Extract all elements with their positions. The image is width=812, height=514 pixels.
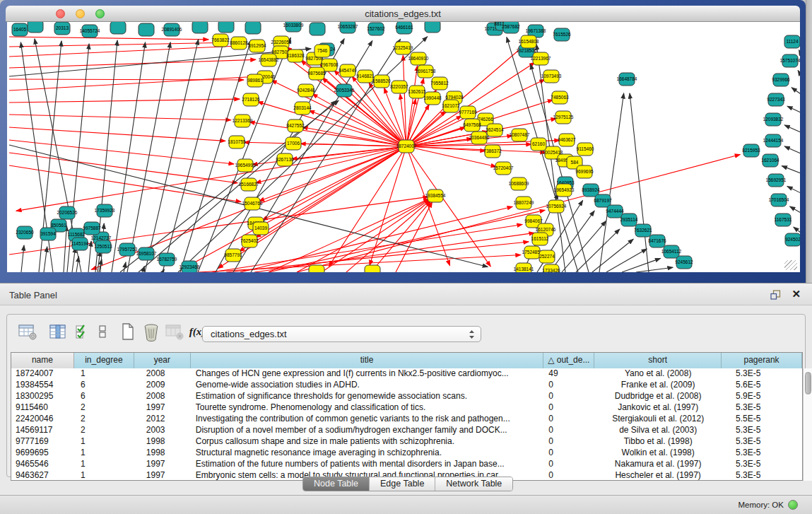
- column-header-short[interactable]: short: [594, 353, 722, 368]
- graph-node[interactable]: [365, 265, 380, 272]
- row-selection-button[interactable]: [72, 320, 93, 343]
- graph-node[interactable]: 15720407: [493, 162, 514, 175]
- graph-node[interactable]: 8427552: [286, 119, 305, 132]
- graph-node[interactable]: 20206526: [57, 206, 78, 219]
- graph-node[interactable]: 7485063: [551, 91, 569, 104]
- tab-network-table[interactable]: Network Table: [435, 477, 512, 491]
- graph-node[interactable]: 10756924: [546, 200, 567, 213]
- graph-node[interactable]: 1527602: [367, 23, 385, 35]
- graph-node[interactable]: [192, 22, 208, 33]
- graph-node[interactable]: 1810755: [228, 136, 246, 148]
- table-settings-button[interactable]: [17, 320, 38, 343]
- graph-node[interactable]: 12975125: [553, 111, 574, 124]
- column-header-name[interactable]: name: [11, 353, 74, 368]
- graph-node[interactable]: 15751074: [780, 54, 800, 67]
- graph-node[interactable]: 18807249: [514, 197, 534, 209]
- graph-node[interactable]: 8186328: [286, 49, 305, 62]
- graph-node[interactable]: 7955812: [430, 77, 449, 90]
- graph-node[interactable]: 8454749: [339, 64, 357, 77]
- graph-node[interactable]: 8215953: [742, 144, 760, 157]
- float-panel-icon[interactable]: [770, 290, 781, 300]
- table-row[interactable]: 911546021997Tourette syndrome. Phenomeno…: [11, 402, 802, 414]
- graph-node[interactable]: 7546: [314, 45, 330, 57]
- graph-node[interactable]: 16405: [12, 23, 28, 36]
- graph-node[interactable]: [309, 265, 324, 272]
- graph-node[interactable]: 20313: [54, 22, 70, 35]
- graph-node[interactable]: 7663822: [211, 34, 230, 47]
- graph-node[interactable]: 7625402: [240, 235, 259, 247]
- graph-node[interactable]: 14055724: [80, 25, 100, 37]
- table-row[interactable]: 1872400712008Changes of HCN gene express…: [11, 368, 802, 380]
- graph-node[interactable]: 12444154: [763, 134, 784, 147]
- graph-node[interactable]: [310, 23, 325, 35]
- graph-node[interactable]: 9699695: [575, 165, 594, 178]
- network-window-frame[interactable]: citations_edges.txt 16405203131405572420…: [0, 0, 806, 283]
- graph-node[interactable]: 989861: [247, 74, 263, 87]
- graph-node[interactable]: 19654993: [235, 159, 256, 172]
- graph-node[interactable]: 16782759: [157, 253, 177, 266]
- column-header-out_degree[interactable]: △ out_de...: [543, 353, 594, 368]
- graph-node[interactable]: 9975887: [83, 222, 101, 235]
- graph-node[interactable]: 2935114: [620, 214, 638, 226]
- graph-node[interactable]: 62160: [531, 138, 546, 151]
- graph-node[interactable]: [28, 22, 43, 33]
- close-panel-icon[interactable]: ✕: [792, 288, 801, 300]
- graph-node[interactable]: 9242848: [297, 84, 315, 97]
- graph-node[interactable]: 2718126: [242, 93, 260, 106]
- column-header-pagerank[interactable]: pagerank: [722, 353, 802, 368]
- graph-node[interactable]: 252274: [539, 250, 555, 263]
- graph-node[interactable]: 7386372: [483, 145, 502, 158]
- graph-node[interactable]: 391594: [40, 228, 56, 240]
- graph-node[interactable]: 7615526: [553, 28, 571, 41]
- network-canvas[interactable]: 1640520313140557242089140616033809106532…: [7, 22, 800, 272]
- window-titlebar[interactable]: citations_edges.txt: [6, 6, 800, 22]
- graph-node[interactable]: 9245612: [675, 256, 693, 269]
- graph-node[interactable]: 1615112: [531, 233, 549, 245]
- graph-node[interactable]: 10807487: [510, 129, 530, 141]
- table-row[interactable]: 1938455462009Genome-wide association stu…: [11, 380, 802, 391]
- graph-node[interactable]: [110, 22, 126, 34]
- new-table-button[interactable]: [117, 320, 139, 343]
- graph-node[interactable]: 2320650: [16, 226, 34, 239]
- graph-node[interactable]: 17016504: [769, 194, 789, 206]
- graph-node[interactable]: 14138141: [514, 263, 534, 272]
- graph-node[interactable]: 16958107: [136, 247, 157, 260]
- graph-node[interactable]: 924502: [785, 233, 800, 246]
- graph-node[interactable]: 8912954: [248, 40, 266, 52]
- graph-node[interactable]: 9875685: [307, 67, 326, 80]
- graph-node[interactable]: 19654923: [554, 184, 575, 197]
- graph-node[interactable]: 9329966: [772, 74, 790, 86]
- graph-node[interactable]: 7632621: [634, 224, 652, 237]
- table-scrollbar[interactable]: [803, 368, 812, 481]
- column-header-year[interactable]: year: [134, 353, 191, 368]
- graph-node[interactable]: 16033809: [283, 22, 304, 32]
- graph-node[interactable]: 14039: [253, 222, 269, 235]
- graph-node[interactable]: [245, 22, 261, 34]
- graph-node[interactable]: 11124: [784, 35, 800, 48]
- table-selector-dropdown[interactable]: citations_edges.txt: [202, 326, 481, 342]
- graph-node[interactable]: [139, 23, 154, 36]
- column-header-title[interactable]: title: [191, 353, 544, 368]
- graph-node[interactable]: 1145194: [71, 238, 89, 250]
- graph-node[interactable]: 8220357: [390, 81, 408, 93]
- graph-node[interactable]: 1990448: [423, 92, 442, 105]
- graph-node[interactable]: 2587682: [502, 22, 520, 33]
- graph-node[interactable]: 10973493: [541, 70, 562, 83]
- column-visibility-button[interactable]: [47, 320, 69, 343]
- graph-node[interactable]: [425, 22, 440, 33]
- graph-node[interactable]: 18724007: [396, 140, 417, 153]
- table-row[interactable]: 1456911722003Disruption of a novel membe…: [11, 425, 802, 436]
- graph-node[interactable]: 20364486: [469, 132, 490, 144]
- graph-node[interactable]: 12213369: [233, 115, 253, 127]
- scrollbar-thumb[interactable]: [805, 372, 811, 395]
- graph-node[interactable]: 17957253: [117, 243, 138, 256]
- graph-node[interactable]: 1621064: [761, 154, 779, 167]
- rows-button[interactable]: [92, 320, 113, 343]
- graph-node[interactable]: 9115460: [577, 143, 594, 156]
- graph-node[interactable]: 6466161: [395, 22, 413, 34]
- graph-node[interactable]: 10688609: [509, 177, 529, 190]
- graph-node[interactable]: 17359928: [95, 204, 115, 217]
- delete-column-button[interactable]: [141, 320, 162, 343]
- memory-status-indicator[interactable]: [788, 500, 798, 510]
- graph-node[interactable]: 19384554: [425, 189, 446, 202]
